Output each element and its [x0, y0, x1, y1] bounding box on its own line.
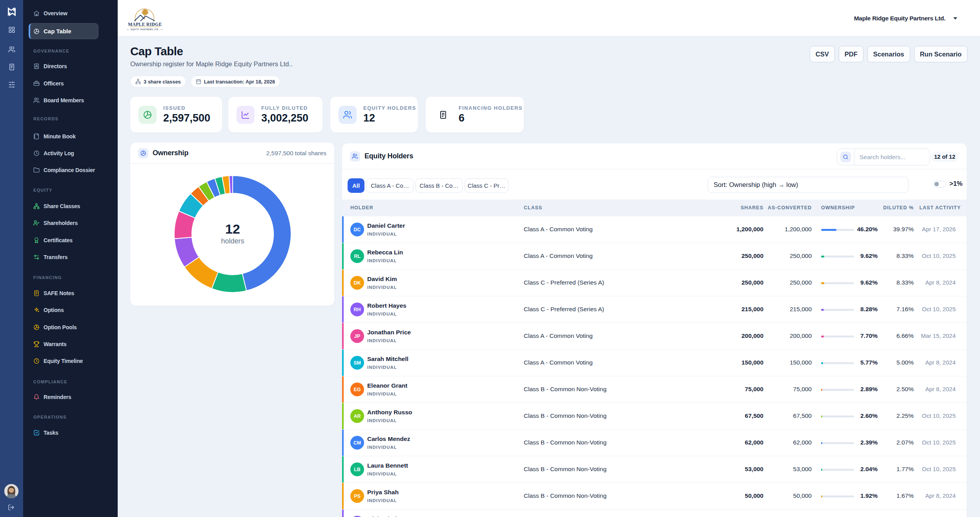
svg-text:12: 12 [225, 221, 240, 236]
svg-text:holders: holders [221, 237, 244, 245]
svg-text:MAPLE RIDGE: MAPLE RIDGE [128, 22, 162, 27]
svg-text:— EQUITY PARTNERS LTD. —: — EQUITY PARTNERS LTD. — [127, 29, 163, 31]
